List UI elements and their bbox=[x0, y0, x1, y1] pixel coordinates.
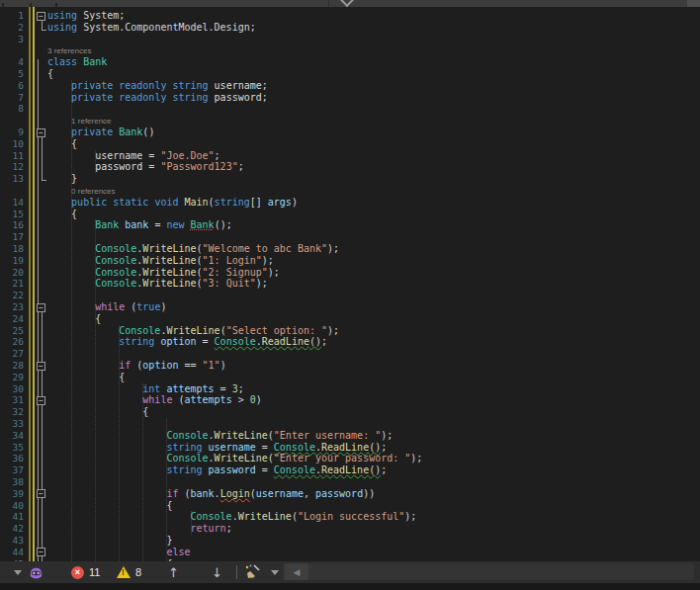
arrow-down-icon: ↓ bbox=[212, 565, 222, 580]
line-number: 22 bbox=[0, 290, 24, 301]
line-number: 9 bbox=[0, 126, 24, 138]
line-number: 8 bbox=[0, 103, 24, 115]
warning-icon: ! bbox=[117, 566, 131, 578]
code-line: 9 private Bank() bbox=[0, 126, 700, 138]
code-line: 25 Console.WriteLine("Select option: "); bbox=[0, 325, 700, 337]
copilot-icon[interactable] bbox=[29, 561, 44, 583]
bottom-panel-edge bbox=[0, 583, 700, 590]
code-line: 32 { bbox=[0, 406, 700, 418]
fold-collapse-toggle-icon[interactable]: − bbox=[37, 128, 45, 137]
code-line: 3 bbox=[0, 34, 700, 45]
code-line: 13 } bbox=[0, 173, 700, 185]
line-number: 27 bbox=[0, 348, 24, 360]
line-number: 7 bbox=[0, 92, 24, 104]
code-line: 37 string password = Console.ReadLine(); bbox=[0, 464, 700, 476]
code-line: 28 if (option == "1") bbox=[0, 360, 700, 372]
line-number: 19 bbox=[0, 255, 24, 267]
line-number: 18 bbox=[0, 243, 24, 255]
toolbar-separator bbox=[236, 561, 237, 583]
fold-collapse-toggle-icon[interactable]: − bbox=[37, 548, 45, 556]
line-number: 30 bbox=[0, 383, 24, 395]
outlining-scope-line bbox=[42, 20, 46, 31]
code-line: 20 Console.WriteLine("2: Signup"); bbox=[0, 267, 700, 279]
line-number: 15 bbox=[0, 209, 24, 220]
line-number: 23 bbox=[0, 301, 24, 313]
line-number: 33 bbox=[0, 418, 24, 430]
previous-issue-button[interactable]: ↑ bbox=[168, 561, 179, 583]
line-number: 13 bbox=[0, 173, 24, 185]
outlining-scope-line bbox=[42, 311, 43, 561]
code-line: 16 Bank bank = new Bank(); bbox=[0, 219, 700, 231]
next-issue-button[interactable]: ↓ bbox=[212, 561, 222, 583]
code-line: 11 username = "Joe.Doe"; bbox=[0, 150, 700, 162]
code-line: 38 bbox=[0, 476, 700, 488]
codelens-references-label[interactable]: 3 references bbox=[0, 44, 700, 56]
line-number: 16 bbox=[0, 219, 24, 231]
line-number: 3 bbox=[0, 34, 24, 45]
line-number: 31 bbox=[0, 394, 24, 406]
copilot-icon-glyph bbox=[29, 565, 44, 580]
fold-collapse-toggle-icon[interactable]: − bbox=[37, 362, 45, 371]
line-number: 42 bbox=[0, 523, 24, 535]
margin-options-dropdown[interactable] bbox=[14, 561, 22, 583]
scrollbar-left-button[interactable]: ◀ bbox=[285, 563, 308, 580]
track-changes-bar bbox=[33, 7, 35, 561]
line-number: 21 bbox=[0, 278, 24, 290]
code-line: 10 { bbox=[0, 138, 700, 150]
broom-icon bbox=[244, 564, 262, 580]
code-line: 42 return; bbox=[0, 523, 700, 535]
code-cleanup-dropdown[interactable] bbox=[271, 561, 279, 583]
code-editor[interactable]: −−−−−−− 1using System;2using System.Comp… bbox=[0, 7, 700, 561]
line-number: 4 bbox=[0, 56, 24, 68]
navigation-bar bbox=[0, 0, 700, 7]
code-line: 5{ bbox=[0, 68, 700, 80]
line-number: 10 bbox=[0, 138, 24, 150]
error-icon: × bbox=[71, 566, 84, 579]
arrow-up-icon: ↑ bbox=[168, 565, 179, 580]
fold-collapse-toggle-icon[interactable]: − bbox=[37, 396, 45, 405]
line-number: 11 bbox=[0, 150, 24, 162]
fold-collapse-toggle-icon[interactable]: − bbox=[37, 489, 45, 498]
line-number: 34 bbox=[0, 430, 24, 442]
code-line: 22 bbox=[0, 290, 700, 301]
line-number: 43 bbox=[0, 535, 24, 547]
outlining-scope-line bbox=[42, 136, 46, 181]
line-number: 5 bbox=[0, 68, 24, 80]
line-number: 25 bbox=[0, 325, 24, 337]
horizontal-scrollbar-track[interactable] bbox=[283, 563, 694, 580]
codelens-references-label[interactable]: 1 reference bbox=[0, 115, 700, 126]
code-line: 36 Console.WriteLine("Enter your passwor… bbox=[0, 453, 700, 464]
line-number: 40 bbox=[0, 500, 24, 512]
code-line: 40 { bbox=[0, 500, 700, 512]
code-line: 15 { bbox=[0, 209, 700, 220]
code-line: 2using System.ComponentModel.Design; bbox=[0, 22, 700, 34]
code-line: 1using System; bbox=[0, 10, 700, 22]
code-line: 19 Console.WriteLine("1: Login"); bbox=[0, 255, 700, 267]
code-line: 12 password = "Password123"; bbox=[0, 161, 700, 173]
code-line: 29 { bbox=[0, 372, 700, 383]
error-count-button[interactable]: × 11 bbox=[71, 561, 100, 583]
line-number: 2 bbox=[0, 22, 24, 34]
codelens-references-label[interactable]: 0 references bbox=[0, 185, 700, 197]
line-number: 36 bbox=[0, 453, 24, 464]
code-line: 18 Console.WriteLine("Welcome to abc Ban… bbox=[0, 243, 700, 255]
fold-collapse-toggle-icon[interactable]: − bbox=[37, 303, 45, 312]
code-line: 31 while (attempts > 0) bbox=[0, 394, 700, 406]
chevron-down-icon[interactable] bbox=[340, 0, 354, 7]
code-line: 44 else bbox=[0, 547, 700, 558]
code-line: 21 Console.WriteLine("3: Quit"); bbox=[0, 278, 700, 290]
editor-status-bar: × 11 ! 8 ↑ ↓ ◀ bbox=[0, 561, 700, 583]
code-line: 23 while (true) bbox=[0, 301, 700, 313]
code-line: 6 private readonly string username; bbox=[0, 80, 700, 92]
warning-count-button[interactable]: ! 8 bbox=[117, 561, 141, 583]
code-line: 30 int attempts = 3; bbox=[0, 383, 700, 395]
line-number: 29 bbox=[0, 372, 24, 383]
fold-collapse-toggle-icon[interactable]: − bbox=[37, 12, 45, 21]
line-number: 37 bbox=[0, 464, 24, 476]
code-line: 34 Console.WriteLine("Enter username: ")… bbox=[0, 430, 700, 442]
code-cleanup-button[interactable] bbox=[244, 561, 262, 583]
code-line: 14 public static void Main(string[] args… bbox=[0, 197, 700, 209]
line-number: 26 bbox=[0, 336, 24, 348]
code-line: 35 string username = Console.ReadLine(); bbox=[0, 442, 700, 454]
code-line: 43 } bbox=[0, 535, 700, 547]
